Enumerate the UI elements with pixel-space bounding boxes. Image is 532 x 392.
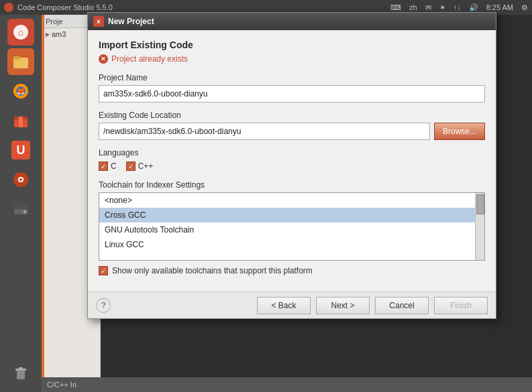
sidebar: ⌂ 🦊 U — [0, 15, 42, 392]
toolchain-item-cross-gcc[interactable]: Cross GCC — [99, 208, 484, 222]
error-line: ✕ Project already exists — [99, 54, 485, 64]
clock: 8:25 AM — [486, 3, 513, 12]
toolchain-scrollbar[interactable] — [475, 193, 484, 260]
finish-button[interactable]: Finish — [434, 297, 488, 314]
ide-panel-label: Proje — [46, 17, 63, 25]
c-label: C — [111, 161, 117, 171]
sidebar-icon-firefox[interactable]: 🦊 — [7, 78, 34, 105]
sidebar-icon-ubuntu[interactable]: U — [7, 137, 34, 164]
cpp-checkbox[interactable] — [126, 161, 136, 171]
dialog-titlebar: × New Project — [88, 13, 496, 30]
dialog-footer: ? < Back Next > Cancel Finish — [88, 291, 496, 318]
titlebar-right: ⌨ zh ✉ ✶ ↑↓ 🔊 8:25 AM ⚙ — [390, 3, 528, 12]
email-icon: ✉ — [425, 3, 431, 12]
browse-button[interactable]: Browse... — [434, 123, 485, 140]
sidebar-icon-home[interactable]: ⌂ — [7, 19, 34, 46]
volume-icon: 🔊 — [469, 3, 478, 12]
svg-point-14 — [19, 178, 22, 181]
help-button[interactable]: ? — [96, 298, 111, 313]
show-only-row: Show only available toolchains that supp… — [99, 266, 485, 275]
svg-rect-9 — [19, 117, 23, 127]
dialog-body: Import Existing Code ✕ Project already e… — [88, 30, 496, 291]
svg-text:⌂: ⌂ — [18, 27, 23, 38]
project-name-label: Project Name — [99, 73, 485, 82]
existing-code-row: Browse... — [99, 123, 485, 140]
sidebar-icon-package[interactable] — [7, 107, 34, 134]
bottom-bar: C/C++ In — [42, 377, 532, 392]
scrollbar-thumb — [476, 194, 484, 214]
toolchain-label: Toolchain for Indexer Settings — [99, 180, 485, 190]
sidebar-icon-drive[interactable] — [7, 196, 34, 222]
app-icon — [4, 3, 13, 12]
svg-point-17 — [23, 210, 26, 213]
cancel-button[interactable]: Cancel — [375, 297, 429, 314]
languages-row: C C++ — [99, 161, 485, 171]
error-icon: ✕ — [99, 54, 108, 64]
new-project-dialog: × New Project Import Existing Code ✕ Pro… — [87, 12, 496, 319]
languages-label: Languages — [99, 148, 485, 157]
tree-label: am3 — [52, 30, 66, 38]
project-name-input[interactable] — [99, 85, 485, 103]
existing-code-label: Existing Code Location — [99, 111, 485, 120]
sidebar-icon-settings[interactable] — [7, 166, 34, 193]
show-only-checkbox[interactable] — [99, 266, 108, 275]
orange-accent — [42, 15, 44, 377]
dialog-heading: Import Existing Code — [99, 40, 485, 50]
dialog-close-button[interactable]: × — [93, 16, 104, 27]
bluetooth-icon: ✶ — [439, 3, 445, 12]
cpp-label: C++ — [138, 161, 154, 171]
svg-rect-3 — [13, 56, 20, 60]
svg-text:🦊: 🦊 — [16, 86, 25, 96]
sidebar-icon-trash[interactable] — [7, 360, 34, 387]
next-button[interactable]: Next > — [316, 297, 370, 314]
keyboard-indicator: ⌨ — [390, 3, 401, 12]
toolchain-list[interactable]: <none> Cross GCC GNU Autotools Toolchain… — [99, 193, 484, 260]
sidebar-icon-folder[interactable] — [7, 48, 34, 75]
svg-text:U: U — [17, 143, 25, 157]
lang-indicator: zh — [409, 3, 417, 12]
network-icon: ↑↓ — [454, 3, 461, 12]
tree-expand-icon: ▶ — [46, 31, 50, 38]
settings-icon: ⚙ — [521, 3, 528, 12]
svg-rect-20 — [19, 367, 23, 369]
cpp-checkbox-item[interactable]: C++ — [126, 161, 154, 171]
toolchain-list-container: <none> Cross GCC GNU Autotools Toolchain… — [99, 192, 485, 261]
c-checkbox-item[interactable]: C — [99, 161, 117, 171]
app-title: Code Composer Studio 5.5.0 — [17, 3, 386, 11]
existing-code-input[interactable] — [99, 123, 430, 140]
dialog-title: New Project — [108, 17, 154, 26]
show-only-label: Show only available toolchains that supp… — [112, 266, 313, 275]
bottom-bar-text: C/C++ In — [47, 381, 76, 389]
toolchain-item-none[interactable]: <none> — [99, 193, 484, 208]
c-checkbox[interactable] — [99, 161, 108, 171]
back-button[interactable]: < Back — [257, 297, 311, 314]
toolchain-item-gnu-autotools[interactable]: GNU Autotools Toolchain — [99, 222, 484, 237]
toolchain-item-linux-gcc[interactable]: Linux GCC — [99, 237, 484, 252]
error-message: Project already exists — [111, 54, 188, 64]
svg-rect-18 — [17, 370, 25, 379]
